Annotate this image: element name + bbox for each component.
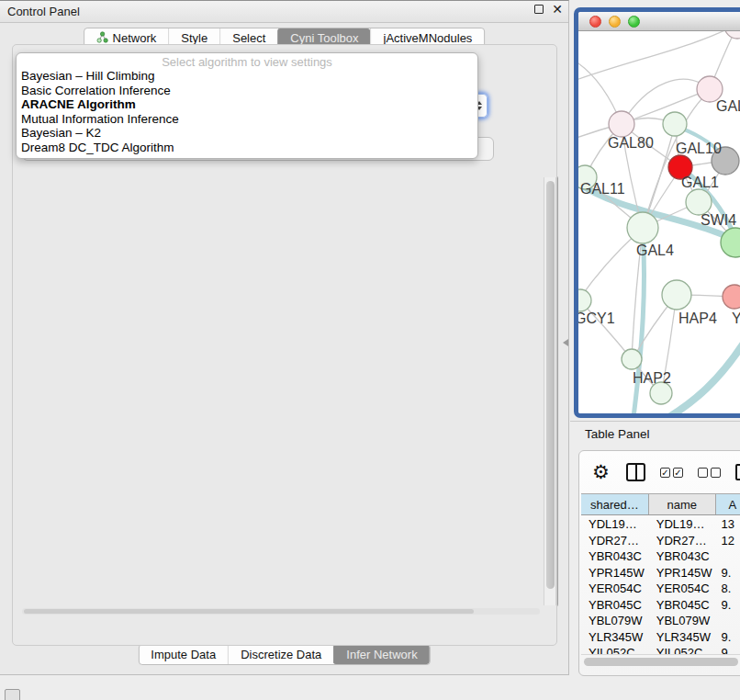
network-node[interactable] [627,212,658,243]
node-label: GAL4 [636,243,674,258]
table-cell: YER054C [649,581,716,597]
network-window-titlebar[interactable] [578,12,740,31]
network-node[interactable] [663,112,687,136]
table-cell: YBL079W [581,613,649,629]
control-panel-title: Control Panel [0,5,80,18]
node-label: GAL1 [681,175,719,190]
columns-icon[interactable] [626,463,645,481]
dropdown-item[interactable]: Bayesian – K2 [17,126,477,141]
table-cell: YDL19… [649,516,716,533]
table-cell: 8. [716,581,740,597]
column-header[interactable]: name [649,494,716,514]
table-cell: 12 [716,533,740,549]
network-node[interactable] [686,189,712,215]
tab-infer-network[interactable]: Infer Network [333,645,429,664]
network-node[interactable] [724,31,740,39]
table-row[interactable]: YBR045CYBR045C9. [581,597,740,614]
algorithm-dropdown-items: Bayesian – Hill ClimbingBasic Correlatio… [17,69,477,154]
minimize-traffic-light[interactable] [609,16,621,28]
node-label: SWI4 [701,212,736,228]
table-row[interactable]: YER054CYER054C8. [581,581,740,597]
column-header[interactable]: shared… [581,494,649,514]
node-label: Y [732,310,740,326]
close-traffic-light[interactable] [589,16,601,28]
tab-impute-data[interactable]: Impute Data [139,645,228,664]
dropdown-item[interactable]: Basic Correlation Inference [17,84,477,98]
table-cell: YPR145W [649,565,716,581]
table-row[interactable]: YPR145WYPR145W9. [581,565,740,581]
table-cell [716,613,740,629]
node-label: GAL [716,98,740,114]
table-hscrollbar[interactable] [581,654,740,667]
table-cell: YPR145W [581,565,649,581]
network-node[interactable] [609,111,634,137]
dropdown-item[interactable]: ARACNE Algorithm [17,97,477,112]
zoom-traffic-light[interactable] [628,16,640,28]
gear-icon[interactable]: ⚙ [592,463,610,481]
select-all-columns-icon[interactable]: ✓ ✓ [660,468,683,478]
network-view-window[interactable]: GALGAL80GAL10GAL11GAL1SWI4GAL4GCY1HAP4YH… [574,7,740,418]
screen: Control Panel ✕ NetworkStyleSelectCyni T… [0,0,740,700]
table-cell: YBL079W [649,613,716,629]
table-cell [716,548,740,565]
table-row[interactable]: YBR043CYBR043C [581,548,740,565]
close-icon[interactable]: ✕ [552,5,563,14]
network-canvas[interactable]: GALGAL80GAL10GAL11GAL1SWI4GAL4GCY1HAP4YH… [578,31,740,418]
column-header[interactable]: A [716,494,740,514]
node-label: GAL10 [676,141,722,156]
network-node[interactable] [578,289,591,311]
deselect-all-columns-icon[interactable] [698,468,721,478]
dropdown-item[interactable]: Mutual Information Inference [17,112,477,127]
table-row[interactable]: YLR345WYLR345W9. [581,629,740,646]
table-cell: 9. [716,629,740,646]
checked-box-icon: ✓ [673,468,683,478]
control-panel-window: Control Panel ✕ NetworkStyleSelectCyni T… [0,0,569,675]
table-cell: YLR345W [649,629,716,646]
float-window-icon[interactable] [534,5,544,14]
table-body[interactable]: YDL19…YDL19…13YDR27…YDR27…12YBR043CYBR04… [581,516,740,656]
node-label: HAP2 [633,370,671,386]
table-row[interactable]: YDL19…YDL19…13 [581,516,740,533]
unchecked-box-icon [711,468,721,478]
table-cell: 9. [716,565,740,581]
cyni-mode-tabbar: Impute DataDiscretize DataInfer Network [138,644,430,665]
node-label: GCY1 [578,310,615,326]
algorithm-dropdown-placeholder: Select algorithm to view settings [17,56,477,69]
unchecked-box-icon [698,468,708,478]
panel-collapse-arrow[interactable] [563,339,568,346]
network-node-labels: GALGAL80GAL10GAL11GAL1SWI4GAL4GCY1HAP4YH… [578,98,740,386]
table-cell: 13 [716,516,740,533]
table-row[interactable]: YDR27…YDR27…12 [581,533,740,549]
export-table-icon[interactable] [735,464,740,480]
table-cell: YBR043C [649,548,716,565]
network-node[interactable] [622,349,642,369]
table-cell: YBR043C [581,548,649,565]
table-row[interactable]: YBL079WYBL079W [581,613,740,629]
dropdown-item[interactable]: Dream8 DC_TDC Algorithm [17,141,477,155]
table-cell: YDR27… [581,533,649,549]
table-cell: YDL19… [581,516,649,533]
node-label: GAL11 [580,181,625,197]
table-toolbar: ⚙ ✓ ✓ [579,451,740,493]
table-panel-title: Table Panel [585,427,650,441]
table-cell: YER054C [581,581,649,597]
tab-discretize-data[interactable]: Discretize Data [228,645,333,664]
control-panel-titlebar[interactable]: Control Panel ✕ [0,1,568,23]
checked-box-icon: ✓ [660,468,670,478]
table-panel-divider [570,421,740,422]
table-header-row[interactable]: shared…nameA [581,493,740,515]
settings-scrollbar[interactable] [544,177,556,605]
table-cell: YDR27… [649,533,716,549]
algorithm-dropdown-list: Select algorithm to view settings Bayesi… [16,52,478,159]
table-cell: YBR045C [649,597,716,614]
table-cell: YLR345W [581,629,649,646]
network-node[interactable] [723,285,740,309]
table-cell: 9. [716,597,740,614]
network-node[interactable] [662,280,691,310]
collapsed-panel-icon[interactable] [5,689,20,700]
dropdown-item[interactable]: Bayesian – Hill Climbing [17,69,477,84]
node-label: GAL80 [608,135,654,151]
table-panel-window: ⚙ ✓ ✓ shared…nameA YDL19…YDL19…13YDR27…Y… [578,450,740,676]
settings-hscrollbar[interactable] [22,608,540,615]
table-cell: YBR045C [581,597,649,614]
